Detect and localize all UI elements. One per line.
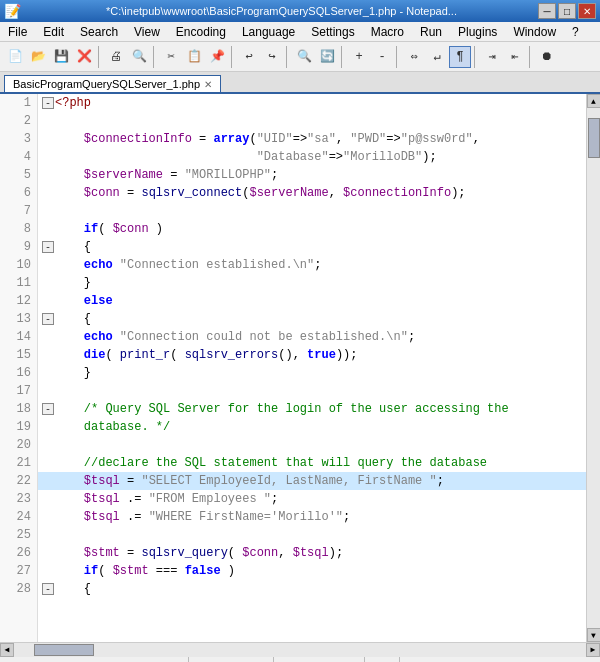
maximize-button[interactable]: □ — [558, 3, 576, 19]
scroll-down-button[interactable]: ▼ — [587, 628, 601, 642]
code-line-27[interactable]: if( $stmt === false ) — [38, 562, 586, 580]
line-number-20: 20 — [0, 436, 37, 454]
close-file-button[interactable]: ❌ — [73, 46, 95, 68]
code-line-6[interactable]: $conn = sqlsrv_connect($serverName, $con… — [38, 184, 586, 202]
code-area[interactable]: -<?php $connectionInfo = array("UID"=>"s… — [38, 94, 586, 642]
indent-button[interactable]: ⇥ — [481, 46, 503, 68]
scroll-up-button[interactable]: ▲ — [587, 94, 601, 108]
code-line-14[interactable]: echo "Connection could not be establishe… — [38, 328, 586, 346]
fold-marker-1[interactable]: - — [42, 97, 54, 109]
redo-button[interactable]: ↪ — [261, 46, 283, 68]
code-line-15[interactable]: die( print_r( sqlsrv_errors(), true)); — [38, 346, 586, 364]
close-button[interactable]: ✕ — [578, 3, 596, 19]
menu-item-?[interactable]: ? — [564, 22, 587, 41]
menu-item-edit[interactable]: Edit — [35, 22, 72, 41]
code-line-1[interactable]: -<?php — [38, 94, 586, 112]
scroll-right-button[interactable]: ▶ — [586, 643, 600, 657]
line-number-22: 22 — [0, 472, 37, 490]
menu-item-language[interactable]: Language — [234, 22, 303, 41]
code-line-9[interactable]: - { — [38, 238, 586, 256]
code-line-23[interactable]: $tsql .= "FROM Employees "; — [38, 490, 586, 508]
scroll-track[interactable] — [587, 108, 601, 628]
line-number-27: 27 — [0, 562, 37, 580]
window-title: *C:\inetpub\wwwroot\BasicProgramQuerySQL… — [25, 5, 538, 17]
line-number-26: 26 — [0, 544, 37, 562]
menu-item-run[interactable]: Run — [412, 22, 450, 41]
open-button[interactable]: 📂 — [27, 46, 49, 68]
word-wrap-button[interactable]: ↵ — [426, 46, 448, 68]
line-number-7: 7 — [0, 202, 37, 220]
hscroll-track[interactable] — [14, 643, 586, 657]
menu-item-search[interactable]: Search — [72, 22, 126, 41]
code-line-11[interactable]: } — [38, 274, 586, 292]
fold-marker-9[interactable]: - — [42, 241, 54, 253]
line-number-13: 13 — [0, 310, 37, 328]
line-number-28: 28 — [0, 580, 37, 598]
copy-button[interactable]: 📋 — [183, 46, 205, 68]
code-line-21[interactable]: //declare the SQL statement that will qu… — [38, 454, 586, 472]
code-line-24[interactable]: $tsql .= "WHERE FirstName='Morillo'"; — [38, 508, 586, 526]
toolbar-sep-3 — [231, 46, 235, 68]
find-button[interactable]: 🔍 — [293, 46, 315, 68]
paste-button[interactable]: 📌 — [206, 46, 228, 68]
horizontal-scrollbar[interactable]: ◀ ▶ — [0, 642, 600, 656]
show-all-chars-button[interactable]: ¶ — [449, 46, 471, 68]
print-preview-button[interactable]: 🔍 — [128, 46, 150, 68]
scroll-left-button[interactable]: ◀ — [0, 643, 14, 657]
menu-item-encoding[interactable]: Encoding — [168, 22, 234, 41]
undo-button[interactable]: ↩ — [238, 46, 260, 68]
menu-item-macro[interactable]: Macro — [363, 22, 412, 41]
fold-marker-28[interactable]: - — [42, 583, 54, 595]
toolbar-sep-8 — [529, 46, 533, 68]
save-button[interactable]: 💾 — [50, 46, 72, 68]
code-line-20[interactable] — [38, 436, 586, 454]
cut-button[interactable]: ✂ — [160, 46, 182, 68]
code-line-8[interactable]: if( $conn ) — [38, 220, 586, 238]
zoom-in-button[interactable]: + — [348, 46, 370, 68]
new-button[interactable]: 📄 — [4, 46, 26, 68]
vertical-scrollbar[interactable]: ▲ ▼ — [586, 94, 600, 642]
line-number-8: 8 — [0, 220, 37, 238]
zoom-out-button[interactable]: - — [371, 46, 393, 68]
code-line-7[interactable] — [38, 202, 586, 220]
unindent-button[interactable]: ⇤ — [504, 46, 526, 68]
code-line-25[interactable] — [38, 526, 586, 544]
tab-close-button[interactable]: ✕ — [204, 79, 212, 90]
title-icon: 📝 — [4, 3, 21, 19]
minimize-button[interactable]: ─ — [538, 3, 556, 19]
code-line-3[interactable]: $connectionInfo = array("UID"=>"sa", "PW… — [38, 130, 586, 148]
line-number-25: 25 — [0, 526, 37, 544]
find-replace-button[interactable]: 🔄 — [316, 46, 338, 68]
code-line-5[interactable]: $serverName = "MORILLOPHP"; — [38, 166, 586, 184]
code-line-26[interactable]: $stmt = sqlsrv_query( $conn, $tsql); — [38, 544, 586, 562]
code-line-13[interactable]: - { — [38, 310, 586, 328]
menu-item-view[interactable]: View — [126, 22, 168, 41]
code-line-19[interactable]: database. */ — [38, 418, 586, 436]
menu-item-window[interactable]: Window — [505, 22, 564, 41]
fold-marker-13[interactable]: - — [42, 313, 54, 325]
code-line-28[interactable]: - { — [38, 580, 586, 598]
code-line-10[interactable]: echo "Connection established.\n"; — [38, 256, 586, 274]
menu-item-file[interactable]: File — [0, 22, 35, 41]
fold-marker-18[interactable]: - — [42, 403, 54, 415]
code-line-4[interactable]: "Database"=>"MorilloDB"); — [38, 148, 586, 166]
code-line-17[interactable] — [38, 382, 586, 400]
macro-record-button[interactable]: ⏺ — [536, 46, 558, 68]
hscroll-thumb[interactable] — [34, 644, 94, 656]
scroll-thumb[interactable] — [588, 118, 600, 158]
insert-mode: INS — [365, 657, 400, 662]
menu-item-settings[interactable]: Settings — [303, 22, 362, 41]
line-number-2: 2 — [0, 112, 37, 130]
code-line-2[interactable] — [38, 112, 586, 130]
menu-item-plugins[interactable]: Plugins — [450, 22, 505, 41]
code-line-18[interactable]: - /* Query SQL Server for the login of t… — [38, 400, 586, 418]
code-line-16[interactable]: } — [38, 364, 586, 382]
line-number-10: 10 — [0, 256, 37, 274]
code-line-22[interactable]: $tsql = "SELECT EmployeeId, LastName, Fi… — [38, 472, 586, 490]
file-tab[interactable]: BasicProgramQuerySQLServer_1.php ✕ — [4, 75, 221, 92]
line-number-4: 4 — [0, 148, 37, 166]
sync-scroll-button[interactable]: ⇔ — [403, 46, 425, 68]
print-button[interactable]: 🖨 — [105, 46, 127, 68]
code-line-12[interactable]: else — [38, 292, 586, 310]
line-number-21: 21 — [0, 454, 37, 472]
